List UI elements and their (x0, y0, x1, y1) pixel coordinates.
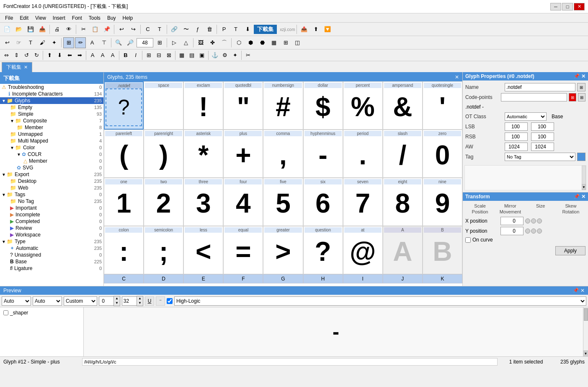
redo-btn[interactable]: ↪ (128, 24, 139, 35)
letter-btn[interactable]: A (87, 37, 98, 48)
preview-engine-select[interactable]: High-Logic (174, 296, 586, 306)
glyph-props-close-icon[interactable]: ✕ (581, 73, 585, 79)
glyph-question[interactable]: question ? (303, 226, 343, 274)
val1-up-btn[interactable]: ▲ (114, 296, 120, 301)
glyph-colon[interactable]: colon : (104, 226, 144, 274)
glyph-notdef[interactable]: .notdef ? (104, 81, 144, 130)
preview-custom-select[interactable]: Custom (64, 296, 97, 306)
sidebar-item-color[interactable]: ▼ 📁 Color 0 (0, 144, 103, 151)
lsb-input2[interactable] (531, 122, 554, 131)
anchor-btn[interactable]: ⚓ (210, 51, 219, 60)
glyph-slash[interactable]: slash / (383, 130, 423, 178)
link-btn[interactable]: 🔗 (169, 24, 180, 35)
shape1-btn[interactable]: ▷ (169, 37, 180, 48)
save-btn[interactable]: 💾 (25, 24, 36, 35)
glyph-A[interactable]: A A (383, 226, 423, 274)
table3-btn[interactable]: ▣ (197, 51, 206, 60)
glyph-parenleft[interactable]: parenleft ( (104, 130, 144, 178)
preview-scrollbar[interactable]: ▼ (583, 307, 588, 356)
rotate-r-btn[interactable]: ↻ (32, 51, 41, 60)
new-btn[interactable]: 📄 (2, 24, 13, 35)
preview-val1-input[interactable] (99, 296, 113, 306)
menu-help[interactable]: Help (119, 14, 137, 22)
sidebar-item-svg[interactable]: ✿ SVG 0 (0, 164, 103, 171)
sidebar-item-unmapped[interactable]: 📁 Unmapped 1 (0, 131, 103, 138)
sidebar-item-desktop[interactable]: 📁 Desktop 235 (0, 178, 103, 184)
glyph-percent[interactable]: percent % (343, 81, 383, 130)
aw-input1[interactable] (505, 143, 528, 151)
open-btn[interactable]: 📂 (13, 24, 24, 35)
preview-strikethrough-btn[interactable]: ⁻ (156, 296, 165, 306)
codepoints-input[interactable] (501, 93, 567, 101)
glyph-nine[interactable]: nine 9 (423, 178, 462, 226)
val2-up-btn[interactable]: ▲ (137, 296, 143, 301)
glyph-ampersand[interactable]: ampersand & (383, 81, 423, 130)
close-btn[interactable]: ✕ (574, 3, 585, 10)
maximize-btn[interactable]: □ (562, 3, 573, 10)
glyph-dollar[interactable]: dollar $ (303, 81, 343, 130)
glyph-space[interactable]: space (144, 81, 183, 130)
rsb-input1[interactable] (505, 132, 528, 141)
view-toggle[interactable]: ⊞ (63, 37, 74, 48)
arrow1-btn[interactable]: ⬆ (45, 51, 54, 60)
menu-tools[interactable]: Tools (85, 14, 104, 22)
print-btn[interactable]: 🖨 (52, 24, 62, 35)
ruler-btn[interactable]: ⊤ (98, 37, 109, 48)
cut-btn[interactable]: ✂ (78, 24, 89, 35)
grid3-btn[interactable]: ⊠ (164, 51, 173, 60)
menu-font[interactable]: Font (69, 14, 85, 22)
xposition-input[interactable] (500, 217, 524, 225)
glyph-less[interactable]: less < (183, 226, 223, 274)
tab-main[interactable]: 下載集 ✕ (2, 62, 32, 72)
shape-c-btn[interactable]: A (108, 51, 117, 60)
glyph-equal[interactable]: equal = (223, 226, 263, 274)
contour1-btn[interactable]: ⬡ (233, 37, 244, 48)
sidebar-item-tags[interactable]: ▼ 📁 Tags 0 (0, 191, 103, 198)
table2-btn[interactable]: ▤ (187, 51, 196, 60)
preview-close-icon[interactable]: ✕ (580, 288, 585, 293)
tag-select[interactable]: No Tag Important Incomplete Completed Re… (505, 153, 575, 161)
sidebar-item-web[interactable]: 📁 Web 235 (0, 184, 103, 191)
tools1-btn[interactable]: ⚙ (220, 51, 230, 60)
menu-file[interactable]: File (2, 14, 16, 22)
glyph-zero[interactable]: zero 0 (423, 130, 462, 178)
pencil-btn[interactable]: ✏ (75, 37, 86, 48)
sidebar-item-review[interactable]: ▶ Review 0 (0, 225, 103, 231)
transform-pin-icon[interactable]: 📌 (574, 194, 580, 200)
preview-scroll-thumb[interactable] (584, 308, 588, 321)
sidebar-item-ligature[interactable]: fi Ligature 0 (0, 265, 103, 272)
flip-v-btn[interactable]: ⇕ (12, 51, 21, 60)
glyph-one[interactable]: one 1 (104, 178, 144, 226)
table1-btn[interactable]: ▦ (177, 51, 186, 60)
sidebar-item-composite[interactable]: ▼ 📁 Composite 7 (0, 117, 103, 124)
tools2-btn[interactable]: ✦ (230, 51, 240, 60)
glyph-seven[interactable]: seven 7 (343, 178, 383, 226)
func-btn[interactable]: ƒ (192, 24, 203, 35)
props-scroll-bottom-arrow[interactable]: ▼ (582, 184, 586, 190)
glyph-close-icon[interactable]: ✕ (455, 74, 459, 80)
fit-btn[interactable]: ⊞ (154, 37, 165, 48)
menu-view[interactable]: View (32, 14, 49, 22)
zoom-in-btn[interactable]: 🔍 (113, 37, 124, 48)
sidebar-item-base[interactable]: B Base 225 (0, 258, 103, 265)
hand-btn[interactable]: ↩ (2, 37, 13, 48)
menu-edit[interactable]: Edit (16, 14, 32, 22)
erase-btn[interactable]: 🗑 (204, 24, 215, 35)
oncurve-checkbox[interactable] (465, 237, 471, 243)
preview-scroll-down[interactable]: ▼ (583, 351, 588, 356)
sidebar-item-empty[interactable]: 📁 Empty 135 (0, 104, 103, 111)
menu-insert[interactable]: Insert (49, 14, 69, 22)
font-btn[interactable]: T (154, 24, 165, 35)
contour6-btn[interactable]: ◫ (292, 37, 303, 48)
aw-input2[interactable] (531, 143, 554, 151)
sidebar-item-colr[interactable]: ▼ ✿ COLR 0 (0, 151, 103, 158)
paste-btn[interactable]: 📌 (101, 24, 112, 35)
shaper-checkbox[interactable] (3, 310, 8, 315)
sidebar-item-automatic[interactable]: ✦ Automatic 235 (0, 245, 103, 252)
text-btn[interactable]: T (25, 37, 36, 48)
glyph-quotedbl[interactable]: quotedbl " (223, 81, 263, 130)
glyph-B[interactable]: B B (423, 226, 462, 274)
apply-button[interactable]: Apply (555, 246, 585, 255)
sidebar-item-important[interactable]: ▶ Important 0 (0, 205, 103, 211)
glyph-eight[interactable]: eight 8 (383, 178, 423, 226)
